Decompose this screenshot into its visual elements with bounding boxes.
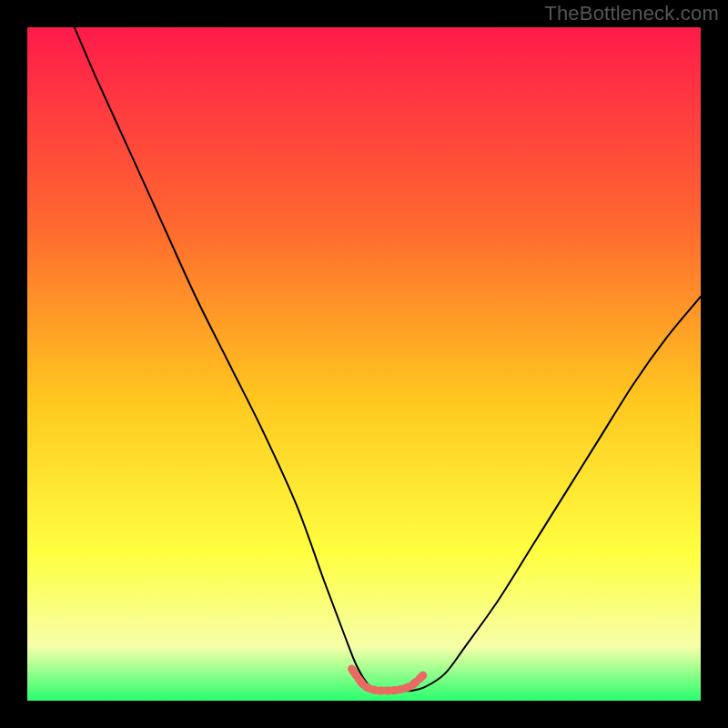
valley-marker — [352, 669, 423, 691]
svg-line-11 — [420, 675, 423, 679]
svg-line-10 — [413, 682, 416, 684]
svg-line-2 — [359, 679, 362, 684]
watermark-text: TheBottleneck.com — [544, 2, 719, 25]
svg-line-3 — [366, 687, 369, 688]
bottleneck-curve — [75, 27, 701, 691]
plot-area — [27, 27, 701, 701]
svg-line-1 — [352, 669, 357, 675]
bottleneck-curve-svg — [27, 27, 701, 701]
svg-line-9 — [407, 687, 410, 688]
chart-frame: TheBottleneck.com — [0, 0, 728, 728]
